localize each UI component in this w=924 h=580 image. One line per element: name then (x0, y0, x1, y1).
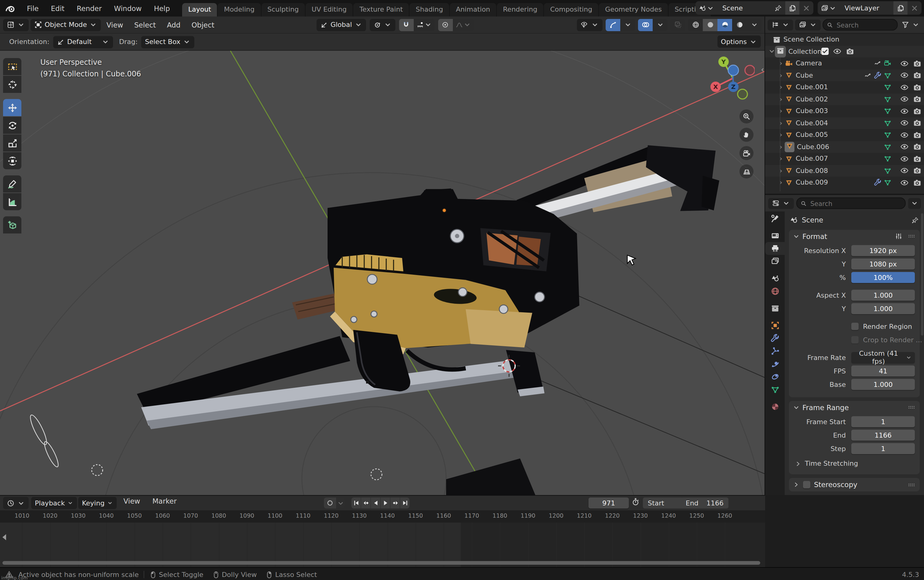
show-gizmo-toggle[interactable] (606, 19, 620, 31)
disable-render-icon[interactable] (913, 119, 922, 127)
outliner-row[interactable]: ›Cube.002 (765, 93, 924, 105)
disable-render-icon[interactable] (913, 143, 922, 151)
properties-search[interactable] (796, 198, 906, 209)
properties-tab-tool[interactable] (765, 212, 785, 225)
hide-viewport-icon[interactable] (900, 59, 909, 68)
hide-viewport-icon[interactable] (900, 178, 909, 187)
hide-viewport-icon[interactable] (900, 166, 909, 175)
tab-rendering[interactable]: Rendering (497, 3, 543, 16)
auto-key-dropdown[interactable] (336, 498, 345, 509)
jump-to-start-button[interactable] (351, 498, 361, 509)
format-frame-rate-dropdown[interactable]: Custom (41 fps) (851, 352, 915, 363)
outliner-filter-type-dropdown[interactable] (795, 19, 821, 30)
properties-scrollbar[interactable] (921, 213, 923, 336)
timeline-ruler[interactable]: 1010102010301040105010601070108010901100… (0, 510, 765, 522)
menu-help[interactable]: Help (148, 4, 176, 13)
tab-compositing[interactable]: Compositing (544, 3, 598, 16)
hide-viewport-icon[interactable] (833, 47, 842, 56)
properties-tab-view-layer[interactable] (765, 255, 785, 268)
shading-dropdown[interactable] (747, 19, 761, 31)
viewport-menu-object[interactable]: Object (186, 20, 220, 29)
new-scene-button[interactable] (785, 1, 799, 15)
outliner-display-mode-dropdown[interactable] (768, 19, 793, 30)
outliner-row[interactable]: ›Cube.003 (765, 105, 924, 117)
properties-search-input[interactable] (809, 199, 901, 208)
expand-icon[interactable]: › (777, 143, 785, 151)
shading-material-button[interactable] (717, 19, 732, 31)
overlays-dropdown[interactable] (653, 19, 667, 31)
outliner-row[interactable]: ›Cube.008 (765, 165, 924, 176)
drag-dropdown[interactable]: Select Box (141, 36, 194, 48)
remove-viewlayer-button[interactable] (908, 1, 922, 15)
outliner-row[interactable]: ›Cube.004 (765, 117, 924, 129)
scene-icon-dropdown[interactable] (695, 1, 717, 15)
expand-icon[interactable]: › (777, 96, 785, 103)
transform-orientation-dropdown[interactable]: Global (316, 19, 366, 31)
pin-icon[interactable] (771, 1, 785, 15)
disable-render-icon[interactable] (913, 59, 922, 68)
outliner-funnel-dropdown[interactable] (899, 19, 922, 30)
channel-toggle-arrow[interactable] (1, 534, 7, 541)
gizmo-dropdown[interactable] (620, 19, 635, 31)
format-panel-header[interactable]: Format (789, 230, 920, 243)
hide-viewport-icon[interactable] (900, 143, 909, 151)
frame-end-field[interactable]: End 1166 (681, 498, 728, 509)
expand-icon[interactable]: › (777, 71, 785, 79)
viewport-menu-add[interactable]: Add (161, 20, 186, 29)
outliner-row[interactable]: ›Cube.005 (765, 129, 924, 141)
zoom-button[interactable] (740, 109, 753, 124)
blender-logo-icon[interactable] (5, 3, 16, 14)
proportional-editing-toggle[interactable] (438, 19, 453, 31)
properties-tab-output[interactable] (765, 242, 785, 255)
tab-geometry-nodes[interactable]: Geometry Nodes (599, 3, 668, 16)
timeline-track-area[interactable] (0, 522, 765, 567)
menu-edit[interactable]: Edit (45, 4, 71, 13)
proportional-falloff-dropdown[interactable] (453, 19, 474, 31)
outliner-row[interactable]: ›Cube.006 (765, 141, 924, 153)
collection-icon-button[interactable] (775, 46, 786, 58)
transform-tool[interactable] (3, 152, 21, 169)
disable-render-icon[interactable] (913, 178, 922, 187)
measure-tool[interactable] (3, 193, 21, 210)
cursor-tool[interactable] (3, 76, 21, 93)
annotate-tool[interactable] (3, 175, 21, 193)
format-presets-icon[interactable] (895, 232, 903, 240)
navigation-gizmo[interactable]: Y X Z (703, 56, 755, 104)
frame-range-panel-header[interactable]: Frame Range (789, 401, 920, 414)
rotate-tool[interactable] (3, 117, 21, 134)
hide-viewport-icon[interactable] (900, 107, 909, 115)
move-tool[interactable] (3, 99, 21, 116)
jump-to-end-button[interactable] (400, 498, 409, 509)
tab-shading[interactable]: Shading (410, 3, 449, 16)
properties-tab-material[interactable] (765, 400, 785, 413)
menu-render[interactable]: Render (71, 4, 108, 13)
play-button[interactable] (381, 498, 390, 509)
format-checkbox[interactable] (851, 336, 859, 343)
camera-view-button[interactable] (740, 146, 753, 160)
snap-settings-dropdown[interactable] (414, 19, 435, 31)
tab-texture-paint[interactable]: Texture Paint (354, 3, 409, 16)
expand-icon[interactable]: › (777, 59, 785, 68)
tab-modeling[interactable]: Modeling (218, 3, 261, 16)
pivot-point-dropdown[interactable] (370, 19, 395, 31)
outliner-row[interactable]: Collection (765, 46, 924, 58)
orientation-dropdown[interactable]: Default (53, 36, 113, 48)
menu-file[interactable]: File (21, 4, 45, 13)
properties-tab-world[interactable] (765, 285, 785, 298)
outliner-row[interactable]: Scene Collection (765, 34, 924, 46)
properties-tab-object[interactable] (765, 319, 785, 332)
collection-checkbox[interactable] (822, 48, 829, 55)
format-aspect-x-field[interactable]: 1.000 (851, 290, 915, 301)
disable-render-icon[interactable] (913, 71, 922, 80)
tab-uv-editing[interactable]: UV Editing (306, 3, 353, 16)
sidebar-collapse-arrow[interactable]: ‹ (761, 65, 764, 74)
frame-range-end-field[interactable]: 1166 (851, 430, 915, 441)
use-preview-range-button[interactable] (631, 498, 640, 506)
tab-sculpting[interactable]: Sculpting (261, 3, 305, 16)
expand-icon[interactable]: › (777, 131, 785, 139)
properties-tab-modifiers[interactable] (765, 332, 785, 345)
hide-viewport-icon[interactable] (900, 95, 909, 104)
mode-dropdown[interactable]: Object Mode (31, 19, 101, 31)
outliner-row[interactable]: ›Cube (765, 69, 924, 81)
shading-solid-button[interactable] (703, 19, 717, 31)
